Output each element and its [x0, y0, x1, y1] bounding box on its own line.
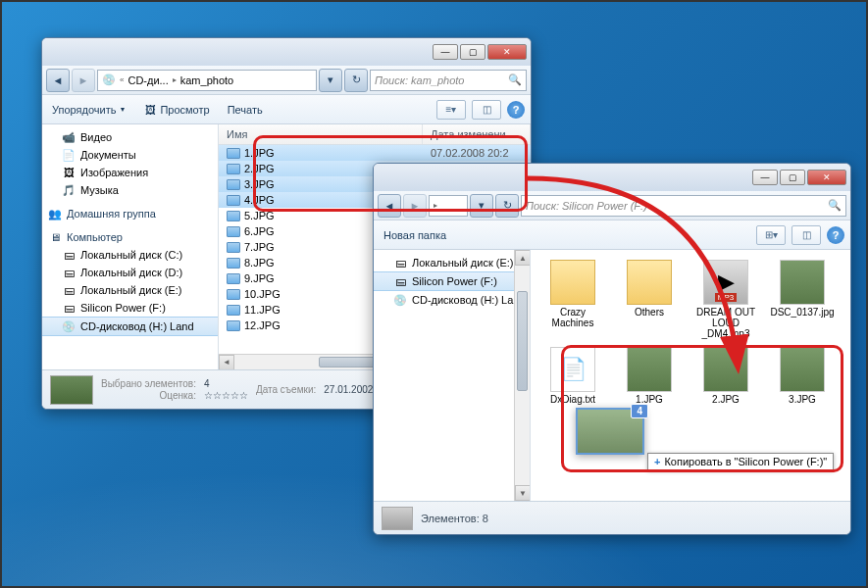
address-bar[interactable]: 💿 « CD-ди... ▸ kam_photo	[97, 70, 317, 91]
close-button[interactable]: ✕	[807, 170, 846, 185]
sidebar-label: Локальный диск (E:)	[412, 257, 514, 269]
file-name: 7.JPG	[244, 241, 275, 253]
date-taken-label: Дата съемки:	[256, 384, 316, 395]
sidebar-drive[interactable]: 🖴Локальный диск (C:)	[42, 246, 218, 264]
sidebar-drive[interactable]: 🖴Локальный диск (D:)	[42, 264, 218, 281]
preview-pane-button[interactable]: ◫	[472, 100, 501, 120]
sidebar-drive[interactable]: 🖴Локальный диск (E:)	[42, 281, 218, 299]
file-name: 5.JPG	[244, 210, 275, 221]
preview-pane-button[interactable]: ◫	[791, 225, 821, 245]
chevron-icon: ▸	[173, 75, 177, 84]
jpg-icon	[703, 347, 748, 392]
file-item[interactable]: 📄DxDiag.txt	[540, 347, 605, 405]
sidebar-drive[interactable]: 💿CD-дисковод (H:) Land	[42, 317, 218, 336]
minimize-button[interactable]: —	[752, 170, 778, 185]
sidebar-item[interactable]: 🖼Изображения	[42, 164, 218, 181]
scroll-thumb[interactable]	[517, 291, 528, 391]
library-icon: 📄	[62, 148, 76, 162]
addr-seg-drive[interactable]: CD-ди...	[128, 74, 168, 86]
file-icon	[227, 195, 240, 206]
sidebar-drive[interactable]: 🖴Silicon Power (F:)	[42, 299, 218, 317]
titlebar[interactable]: — ▢ ✕	[374, 164, 850, 191]
file-item[interactable]: Crazy Machines	[540, 260, 605, 339]
minimize-button[interactable]: —	[433, 44, 458, 60]
back-button[interactable]: ◄	[378, 194, 401, 218]
file-item[interactable]: 1.JPG	[617, 347, 682, 405]
help-button[interactable]: ?	[507, 101, 525, 119]
file-name: 3.JPG	[244, 178, 275, 190]
sidebar-label: Локальный диск (C:)	[80, 249, 182, 261]
nav-pane[interactable]: ▲ ▼ 🖴Локальный диск (E:)🖴Silicon Power (…	[374, 250, 531, 501]
maximize-button[interactable]: ▢	[460, 44, 485, 60]
organize-button[interactable]: Упорядочить▼	[48, 102, 129, 118]
sidebar-item[interactable]: 📄Документы	[42, 146, 218, 164]
file-row[interactable]: 1.JPG07.02.2008 20:2	[219, 145, 531, 161]
sidebar-item[interactable]: 📹Видео	[42, 128, 218, 146]
file-item[interactable]: 3.JPG	[770, 347, 835, 405]
scroll-down-button[interactable]: ▼	[515, 485, 531, 501]
file-item[interactable]: DSC_0137.jpg	[770, 260, 835, 339]
forward-button[interactable]: ►	[403, 194, 427, 218]
rating-stars[interactable]: ☆☆☆☆☆	[204, 390, 248, 401]
library-icon: 🎵	[62, 183, 76, 197]
col-name[interactable]: Имя	[219, 124, 423, 144]
scroll-thumb[interactable]	[319, 357, 375, 368]
back-button[interactable]: ◄	[46, 69, 70, 92]
nav-pane[interactable]: 📹Видео📄Документы🖼Изображения🎵Музыка👥Дома…	[42, 124, 219, 369]
file-item[interactable]: ▶DREAM OUT LOUD _DM4.mp3	[693, 260, 758, 339]
maximize-button[interactable]: ▢	[780, 170, 805, 185]
file-name: 11.JPG	[244, 304, 281, 316]
refresh-button[interactable]: ↻	[344, 69, 368, 92]
file-icon	[227, 305, 240, 316]
addr-seg-folder[interactable]: kam_photo	[180, 74, 233, 86]
items-label: Элементов:	[421, 513, 480, 524]
vertical-scrollbar[interactable]: ▲ ▼	[514, 250, 530, 501]
new-folder-button[interactable]: Новая папка	[380, 227, 450, 243]
view-button[interactable]: ≡▾	[436, 100, 466, 120]
items-count: 8	[483, 513, 488, 524]
file-icon	[227, 164, 240, 174]
file-icon	[227, 258, 240, 269]
file-label: 3.JPG	[789, 394, 816, 405]
file-item[interactable]: Others	[617, 260, 682, 339]
thumbnail-icon	[50, 375, 93, 405]
sidebar-label: Документы	[80, 149, 136, 161]
drive-icon: 🖴	[393, 274, 407, 288]
help-button[interactable]: ?	[827, 226, 844, 244]
sidebar-label: Видео	[80, 131, 112, 143]
column-header[interactable]: Имя Дата изменени	[219, 124, 531, 145]
dropdown-button[interactable]: ▾	[319, 69, 342, 92]
folder-icon	[550, 260, 595, 305]
file-item[interactable]: 2.JPG	[693, 347, 758, 405]
dropdown-button[interactable]: ▾	[470, 194, 493, 218]
scroll-left-button[interactable]: ◄	[219, 355, 234, 370]
address-bar[interactable]: ▸	[429, 195, 468, 217]
txt-icon: 📄	[550, 347, 595, 392]
scroll-up-button[interactable]: ▲	[515, 250, 531, 266]
search-input[interactable]: Поиск: Silicon Power (F:) 🔍	[521, 195, 846, 217]
file-name: 2.JPG	[244, 163, 275, 174]
search-input[interactable]: Поиск: kam_photo 🔍	[370, 70, 527, 91]
sidebar-group-homegroup[interactable]: 👥Домашняя группа	[42, 205, 218, 222]
forward-button[interactable]: ►	[72, 69, 95, 92]
print-button[interactable]: Печать	[224, 102, 267, 118]
sidebar-group-computer[interactable]: 🖥Компьютер	[42, 228, 218, 246]
titlebar[interactable]: — ▢ ✕	[42, 38, 531, 66]
view-button[interactable]: ⊞▾	[756, 225, 786, 245]
drag-tooltip-text: Копировать в "Silicon Power (F:)"	[664, 456, 827, 467]
file-name: 1.JPG	[244, 147, 275, 159]
drive-icon: 💿	[102, 74, 116, 87]
file-label: DREAM OUT LOUD _DM4.mp3	[693, 307, 758, 339]
col-date[interactable]: Дата изменени	[423, 124, 531, 144]
close-button[interactable]: ✕	[487, 44, 527, 60]
sidebar-drive[interactable]: 💿CD-дисковод (H:) Land	[374, 291, 530, 309]
sidebar-drive[interactable]: 🖴Silicon Power (F:)	[374, 271, 530, 291]
preview-button[interactable]: 🖼Просмотр	[139, 101, 213, 119]
sidebar-item[interactable]: 🎵Музыка	[42, 181, 218, 199]
explorer-window-target[interactable]: — ▢ ✕ ◄ ► ▸ ▾ ↻ Поиск: Silicon Power (F:…	[373, 163, 851, 535]
file-icon	[227, 289, 240, 300]
sidebar-label: Silicon Power (F:)	[80, 302, 166, 314]
refresh-button[interactable]: ↻	[495, 194, 519, 218]
sidebar-drive[interactable]: 🖴Локальный диск (E:)	[374, 254, 530, 271]
file-label: DSC_0137.jpg	[770, 307, 834, 318]
